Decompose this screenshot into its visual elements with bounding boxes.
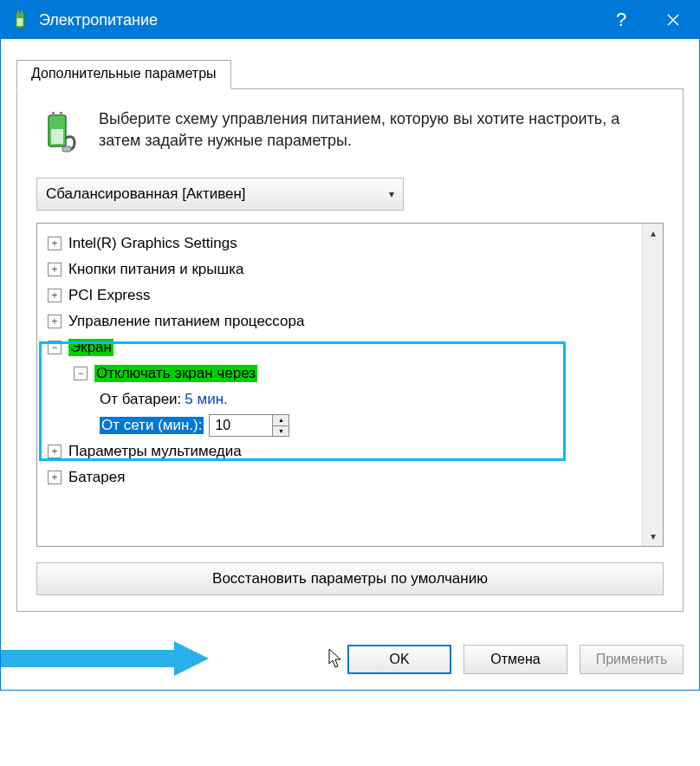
svg-rect-1 bbox=[17, 10, 19, 13]
close-button[interactable] bbox=[647, 1, 699, 39]
on-battery-value[interactable]: 5 мин. bbox=[185, 391, 227, 408]
tab-panel: Выберите схему управления питанием, кото… bbox=[16, 88, 684, 612]
tree-item-buttons-lid[interactable]: + Кнопки питания и крышка bbox=[42, 256, 638, 282]
window-title: Электропитание bbox=[39, 11, 595, 29]
svg-rect-11 bbox=[1, 650, 174, 667]
scroll-down-icon[interactable]: ▾ bbox=[651, 530, 656, 542]
cancel-button[interactable]: Отмена bbox=[463, 645, 567, 674]
apply-button[interactable]: Применить bbox=[580, 645, 684, 674]
svg-rect-9 bbox=[51, 129, 63, 144]
power-icon bbox=[10, 10, 30, 30]
tree-item-cpu-power[interactable]: + Управление питанием процессора bbox=[42, 308, 638, 334]
scroll-up-icon[interactable]: ▴ bbox=[651, 227, 656, 239]
scheme-selected-label: Сбалансированная [Активен] bbox=[46, 185, 246, 203]
spinner-down[interactable]: ▼ bbox=[273, 426, 288, 437]
tab-strip: Дополнительные параметры bbox=[16, 60, 684, 89]
ok-button[interactable]: OK bbox=[347, 645, 451, 674]
expand-icon[interactable]: + bbox=[48, 445, 62, 458]
close-icon bbox=[667, 14, 679, 26]
titlebar: Электропитание ? bbox=[1, 1, 699, 39]
chevron-down-icon: ▾ bbox=[389, 188, 394, 200]
restore-defaults-button[interactable]: Восстановить параметры по умолчанию bbox=[36, 562, 664, 595]
tree-item-on-battery[interactable]: От батареи: 5 мин. bbox=[42, 386, 638, 412]
tree-scrollbar[interactable]: ▴ ▾ bbox=[642, 224, 663, 546]
tree-item-multimedia[interactable]: + Параметры мультимедиа bbox=[42, 438, 638, 464]
expand-icon[interactable]: + bbox=[48, 263, 62, 276]
svg-rect-3 bbox=[17, 18, 23, 26]
collapse-icon[interactable]: − bbox=[74, 367, 88, 380]
dialog-footer: OK Отмена Применить bbox=[1, 627, 699, 690]
plugged-in-input[interactable] bbox=[210, 415, 272, 436]
spinner-up[interactable]: ▲ bbox=[273, 415, 288, 426]
arrow-annotation bbox=[1, 639, 209, 678]
settings-tree: + Intel(R) Graphics Settings + Кнопки пи… bbox=[36, 223, 664, 547]
svg-rect-8 bbox=[60, 112, 62, 116]
tree-item-display[interactable]: − Экран bbox=[42, 334, 638, 360]
tree-item-intel-graphics[interactable]: + Intel(R) Graphics Settings bbox=[42, 230, 638, 256]
intro-text: Выберите схему управления питанием, кото… bbox=[99, 108, 664, 152]
cursor-icon bbox=[328, 648, 344, 669]
svg-rect-2 bbox=[21, 10, 23, 13]
battery-plug-icon bbox=[36, 108, 85, 157]
help-button[interactable]: ? bbox=[595, 1, 647, 39]
svg-marker-12 bbox=[174, 641, 209, 676]
expand-icon[interactable]: + bbox=[48, 289, 62, 302]
tab-advanced-settings[interactable]: Дополнительные параметры bbox=[16, 60, 231, 89]
svg-rect-10 bbox=[62, 146, 71, 152]
expand-icon[interactable]: + bbox=[48, 315, 62, 328]
intro-block: Выберите схему управления питанием, кото… bbox=[36, 108, 664, 157]
tree-item-turn-off-display[interactable]: − Отключать экран через bbox=[42, 360, 638, 386]
expand-icon[interactable]: + bbox=[48, 471, 62, 484]
power-options-window: Электропитание ? Дополнительные параметр… bbox=[0, 0, 700, 691]
tree-item-battery[interactable]: + Батарея bbox=[42, 464, 638, 490]
plugged-in-spinner[interactable]: ▲ ▼ bbox=[209, 414, 289, 437]
svg-rect-7 bbox=[52, 112, 55, 116]
tree-item-plugged-in[interactable]: От сети (мин.): ▲ ▼ bbox=[42, 412, 638, 438]
power-scheme-select[interactable]: Сбалансированная [Активен] ▾ bbox=[36, 178, 404, 211]
collapse-icon[interactable]: − bbox=[48, 341, 62, 354]
expand-icon[interactable]: + bbox=[48, 237, 62, 250]
tree-item-pci-express[interactable]: + PCI Express bbox=[42, 282, 638, 308]
